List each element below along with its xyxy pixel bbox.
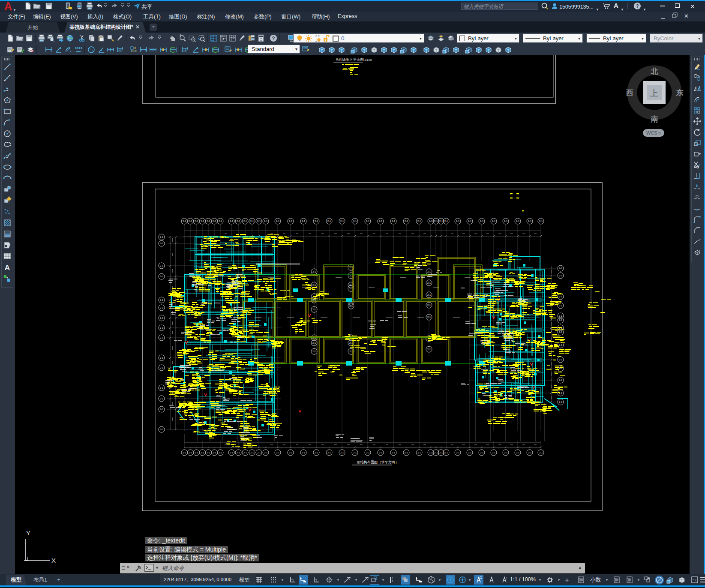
svg-text:2-1: 2-1 [427,304,431,306]
svg-text:北: 北 [651,67,659,75]
svg-text:2-1: 2-1 [559,319,562,321]
svg-text:2-1: 2-1 [195,220,198,222]
svg-text:2-1: 2-1 [160,242,163,245]
svg-text:?: ? [636,3,639,9]
svg-text:2-1: 2-1 [160,327,163,329]
svg-text:1:100: 1:100 [364,58,372,61]
svg-text:南: 南 [651,115,658,123]
svg-text:2-1: 2-1 [312,342,316,344]
svg-text:2-1: 2-1 [444,220,448,222]
svg-text:西: 西 [626,89,633,97]
svg-text:2-1: 2-1 [160,387,163,389]
svg-text:2-1: 2-1 [213,451,216,454]
svg-text:2-1: 2-1 [160,366,163,369]
svg-text:2-1: 2-1 [250,220,254,222]
svg-text:2-1: 2-1 [504,451,507,454]
svg-text:2-1: 2-1 [468,451,471,454]
svg-text:2-1: 2-1 [516,451,519,454]
svg-text:2-1: 2-1 [302,220,305,222]
svg-text:2-1: 2-1 [559,379,562,381]
svg-text:2-1: 2-1 [237,220,240,222]
svg-text:2-1: 2-1 [539,220,543,222]
svg-text:2-1: 2-1 [427,270,431,273]
svg-text:2-1: 2-1 [492,451,495,454]
svg-text:2-1: 2-1 [392,220,395,222]
svg-text:2-1: 2-1 [327,451,331,454]
svg-text:二层结构布置图（水平方向）: 二层结构布置图（水平方向） [353,460,399,464]
svg-text:2-1: 2-1 [264,451,267,454]
svg-text:2-1: 2-1 [559,315,562,317]
svg-text:2-1: 2-1 [213,220,216,222]
svg-text:2-1: 2-1 [405,220,408,222]
svg-text:2-1: 2-1 [160,336,163,339]
svg-text:2-1: 2-1 [312,350,316,353]
svg-text:2-1: 2-1 [160,299,163,301]
svg-text:2-1: 2-1 [201,220,204,222]
svg-text:2-1: 2-1 [468,220,471,222]
svg-text:2-1: 2-1 [559,358,562,361]
svg-text:2-1: 2-1 [504,220,507,222]
svg-text:2-1: 2-1 [439,451,443,454]
svg-text:2-1: 2-1 [219,220,222,222]
svg-text:2-1: 2-1 [276,451,279,454]
svg-text:X: X [51,557,56,564]
svg-text:2-1: 2-1 [340,220,344,222]
svg-text:2-1: 2-1 [160,428,163,431]
svg-text:2-1: 2-1 [160,357,163,359]
svg-text:2-1: 2-1 [480,451,483,454]
svg-text:2-1: 2-1 [312,284,316,286]
svg-text:2-1: 2-1 [427,316,431,318]
svg-text:2-1: 2-1 [219,451,222,454]
svg-text:2-1: 2-1 [366,451,369,454]
svg-text:2-1: 2-1 [201,451,204,454]
svg-text:2-1: 2-1 [327,220,331,222]
svg-text:2-1: 2-1 [559,274,562,277]
svg-text:WCS: WCS [646,130,657,135]
svg-text:2-1: 2-1 [353,451,357,454]
svg-text:2-1: 2-1 [207,220,210,222]
svg-text:2-1: 2-1 [243,451,247,454]
svg-text:飞机场地下平面图: 飞机场地下平面图 [335,57,364,62]
svg-text:2-1: 2-1 [257,220,261,222]
svg-text:2-1: 2-1 [417,451,421,454]
svg-text:?: ? [272,36,275,42]
svg-text:2-1: 2-1 [257,451,261,454]
svg-text:2-1: 2-1 [392,451,395,454]
svg-text:2-1: 2-1 [207,451,210,454]
svg-text:上: 上 [650,88,658,98]
svg-text:2-1: 2-1 [243,220,247,222]
svg-text:2-1: 2-1 [264,220,267,222]
svg-text:2-1: 2-1 [427,294,431,296]
svg-text:▽: ▽ [658,131,661,135]
svg-text:2-1: 2-1 [417,220,421,222]
svg-text:2-1: 2-1 [312,308,316,311]
svg-text:2-1: 2-1 [189,220,192,222]
svg-text:2-1: 2-1 [559,304,562,307]
svg-text:2-1: 2-1 [439,220,443,222]
svg-text:2-1: 2-1 [160,236,163,238]
svg-text:2-1: 2-1 [230,220,233,222]
svg-text:2-1: 2-1 [302,451,305,454]
svg-text:2-1: 2-1 [528,451,531,454]
svg-text:2-1: 2-1 [195,451,198,454]
svg-text:2-1: 2-1 [559,401,562,403]
svg-text:2-1: 2-1 [379,220,382,222]
svg-text:2-1: 2-1 [405,451,408,454]
svg-text:2-1: 2-1 [189,451,192,454]
svg-text:2-1: 2-1 [353,220,357,222]
svg-text:2-1: 2-1 [183,220,186,222]
svg-text:2-1: 2-1 [559,295,562,298]
svg-text:2-1: 2-1 [427,348,431,351]
svg-text:2-1: 2-1 [289,220,292,222]
svg-text:2-1: 2-1 [559,344,562,346]
svg-text:A: A [5,264,10,272]
svg-text:2-1: 2-1 [434,451,438,454]
svg-text:2-1: 2-1 [160,397,163,400]
svg-text:2-1: 2-1 [289,451,292,454]
svg-text:2-1: 2-1 [160,306,163,309]
svg-text:2-1: 2-1 [315,220,318,222]
svg-text:2-1: 2-1 [183,451,186,454]
svg-text:2-1: 2-1 [429,220,432,222]
svg-text:2-1: 2-1 [427,282,431,284]
svg-text:2-1: 2-1 [559,331,562,333]
